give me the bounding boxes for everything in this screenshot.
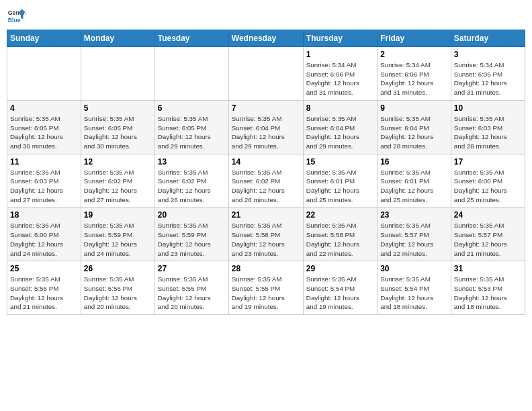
day-detail: Sunrise: 5:34 AM Sunset: 6:05 PM Dayligh…: [454, 60, 522, 97]
day-number: 5: [84, 103, 152, 113]
logo-icon: General Blue: [7, 7, 26, 26]
day-detail: Sunrise: 5:34 AM Sunset: 6:06 PM Dayligh…: [306, 60, 374, 97]
day-number: 14: [232, 157, 300, 167]
day-number: 25: [10, 264, 78, 273]
day-number: 27: [158, 264, 226, 273]
day-detail: Sunrise: 5:35 AM Sunset: 5:57 PM Dayligh…: [454, 221, 522, 258]
calendar-cell: [81, 47, 154, 101]
weekday-wednesday: Wednesday: [228, 30, 303, 47]
day-number: 18: [10, 210, 78, 220]
day-detail: Sunrise: 5:35 AM Sunset: 5:59 PM Dayligh…: [84, 221, 152, 258]
calendar-cell: 16Sunrise: 5:35 AM Sunset: 6:01 PM Dayli…: [378, 154, 451, 208]
calendar-cell: 30Sunrise: 5:35 AM Sunset: 5:54 PM Dayli…: [378, 261, 451, 315]
day-detail: Sunrise: 5:35 AM Sunset: 6:03 PM Dayligh…: [454, 114, 522, 151]
calendar-cell: 14Sunrise: 5:35 AM Sunset: 6:02 PM Dayli…: [228, 154, 303, 208]
calendar-cell: 23Sunrise: 5:35 AM Sunset: 5:57 PM Dayli…: [378, 208, 451, 261]
calendar-cell: 27Sunrise: 5:35 AM Sunset: 5:55 PM Dayli…: [154, 261, 228, 315]
day-number: 17: [454, 157, 522, 167]
day-number: 3: [454, 50, 522, 59]
day-number: 10: [454, 103, 522, 113]
day-detail: Sunrise: 5:35 AM Sunset: 5:53 PM Dayligh…: [454, 275, 522, 312]
calendar-cell: 29Sunrise: 5:35 AM Sunset: 5:54 PM Dayli…: [303, 261, 377, 315]
day-number: 16: [380, 157, 448, 167]
calendar-week-1: 1Sunrise: 5:34 AM Sunset: 6:06 PM Daylig…: [7, 47, 525, 101]
day-number: 7: [232, 103, 300, 113]
day-detail: Sunrise: 5:35 AM Sunset: 5:54 PM Dayligh…: [380, 275, 448, 312]
calendar-week-4: 18Sunrise: 5:35 AM Sunset: 6:00 PM Dayli…: [7, 208, 525, 261]
day-number: 1: [306, 50, 374, 59]
day-detail: Sunrise: 5:35 AM Sunset: 5:55 PM Dayligh…: [158, 275, 226, 312]
day-number: 8: [306, 103, 374, 113]
day-detail: Sunrise: 5:35 AM Sunset: 5:58 PM Dayligh…: [232, 221, 300, 258]
day-detail: Sunrise: 5:35 AM Sunset: 6:04 PM Dayligh…: [380, 114, 448, 151]
day-number: 26: [84, 264, 152, 273]
day-detail: Sunrise: 5:35 AM Sunset: 6:02 PM Dayligh…: [158, 168, 226, 205]
day-detail: Sunrise: 5:34 AM Sunset: 6:06 PM Dayligh…: [380, 60, 448, 97]
calendar-cell: 7Sunrise: 5:35 AM Sunset: 6:04 PM Daylig…: [228, 100, 303, 154]
day-detail: Sunrise: 5:35 AM Sunset: 6:02 PM Dayligh…: [84, 168, 152, 205]
day-number: 30: [380, 264, 448, 273]
calendar-cell: 9Sunrise: 5:35 AM Sunset: 6:04 PM Daylig…: [378, 100, 451, 154]
day-detail: Sunrise: 5:35 AM Sunset: 6:05 PM Dayligh…: [10, 114, 78, 151]
day-detail: Sunrise: 5:35 AM Sunset: 6:02 PM Dayligh…: [232, 168, 300, 205]
calendar-cell: 13Sunrise: 5:35 AM Sunset: 6:02 PM Dayli…: [154, 154, 228, 208]
day-number: 15: [306, 157, 374, 167]
day-number: 28: [232, 264, 300, 273]
calendar-cell: 28Sunrise: 5:35 AM Sunset: 5:55 PM Dayli…: [228, 261, 303, 315]
calendar-cell: 19Sunrise: 5:35 AM Sunset: 5:59 PM Dayli…: [81, 208, 154, 261]
calendar-cell: [154, 47, 228, 101]
weekday-saturday: Saturday: [451, 30, 525, 47]
day-detail: Sunrise: 5:35 AM Sunset: 5:55 PM Dayligh…: [232, 275, 300, 312]
day-detail: Sunrise: 5:35 AM Sunset: 5:54 PM Dayligh…: [306, 275, 374, 312]
calendar-cell: 10Sunrise: 5:35 AM Sunset: 6:03 PM Dayli…: [451, 100, 525, 154]
weekday-sunday: Sunday: [7, 30, 81, 47]
day-number: 4: [10, 103, 78, 113]
day-number: 29: [306, 264, 374, 273]
calendar-cell: 4Sunrise: 5:35 AM Sunset: 6:05 PM Daylig…: [7, 100, 81, 154]
day-number: 20: [158, 210, 226, 220]
calendar-body: 1Sunrise: 5:34 AM Sunset: 6:06 PM Daylig…: [7, 47, 525, 315]
day-number: 21: [232, 210, 300, 220]
weekday-tuesday: Tuesday: [154, 30, 228, 47]
calendar-cell: 12Sunrise: 5:35 AM Sunset: 6:02 PM Dayli…: [81, 154, 154, 208]
weekday-monday: Monday: [81, 30, 154, 47]
day-number: 2: [380, 50, 448, 59]
logo: General Blue: [7, 7, 26, 26]
day-detail: Sunrise: 5:35 AM Sunset: 6:04 PM Dayligh…: [306, 114, 374, 151]
day-detail: Sunrise: 5:35 AM Sunset: 6:03 PM Dayligh…: [10, 168, 78, 205]
calendar-cell: 20Sunrise: 5:35 AM Sunset: 5:59 PM Dayli…: [154, 208, 228, 261]
calendar-cell: 25Sunrise: 5:35 AM Sunset: 5:56 PM Dayli…: [7, 261, 81, 315]
calendar-cell: 11Sunrise: 5:35 AM Sunset: 6:03 PM Dayli…: [7, 154, 81, 208]
calendar-week-5: 25Sunrise: 5:35 AM Sunset: 5:56 PM Dayli…: [7, 261, 525, 315]
calendar-table: SundayMondayTuesdayWednesdayThursdayFrid…: [7, 30, 525, 315]
calendar-cell: 3Sunrise: 5:34 AM Sunset: 6:05 PM Daylig…: [451, 47, 525, 101]
day-detail: Sunrise: 5:35 AM Sunset: 5:56 PM Dayligh…: [10, 275, 78, 312]
day-detail: Sunrise: 5:35 AM Sunset: 6:05 PM Dayligh…: [84, 114, 152, 151]
calendar-cell: 6Sunrise: 5:35 AM Sunset: 6:05 PM Daylig…: [154, 100, 228, 154]
day-number: 9: [380, 103, 448, 113]
day-number: 11: [10, 157, 78, 167]
day-detail: Sunrise: 5:35 AM Sunset: 5:56 PM Dayligh…: [84, 275, 152, 312]
day-number: 24: [454, 210, 522, 220]
calendar-week-3: 11Sunrise: 5:35 AM Sunset: 6:03 PM Dayli…: [7, 154, 525, 208]
page-header: General Blue: [7, 7, 525, 26]
calendar-cell: 5Sunrise: 5:35 AM Sunset: 6:05 PM Daylig…: [81, 100, 154, 154]
calendar-cell: 31Sunrise: 5:35 AM Sunset: 5:53 PM Dayli…: [451, 261, 525, 315]
day-number: 23: [380, 210, 448, 220]
calendar-cell: 17Sunrise: 5:35 AM Sunset: 6:00 PM Dayli…: [451, 154, 525, 208]
day-detail: Sunrise: 5:35 AM Sunset: 6:00 PM Dayligh…: [10, 221, 78, 258]
calendar-cell: [228, 47, 303, 101]
calendar-cell: 18Sunrise: 5:35 AM Sunset: 6:00 PM Dayli…: [7, 208, 81, 261]
day-detail: Sunrise: 5:35 AM Sunset: 5:58 PM Dayligh…: [306, 221, 374, 258]
day-detail: Sunrise: 5:35 AM Sunset: 6:04 PM Dayligh…: [232, 114, 300, 151]
calendar-cell: 21Sunrise: 5:35 AM Sunset: 5:58 PM Dayli…: [228, 208, 303, 261]
weekday-header-row: SundayMondayTuesdayWednesdayThursdayFrid…: [7, 30, 525, 47]
day-detail: Sunrise: 5:35 AM Sunset: 6:00 PM Dayligh…: [454, 168, 522, 205]
day-detail: Sunrise: 5:35 AM Sunset: 6:01 PM Dayligh…: [380, 168, 448, 205]
day-number: 12: [84, 157, 152, 167]
day-number: 13: [158, 157, 226, 167]
day-detail: Sunrise: 5:35 AM Sunset: 5:57 PM Dayligh…: [380, 221, 448, 258]
calendar-cell: 15Sunrise: 5:35 AM Sunset: 6:01 PM Dayli…: [303, 154, 377, 208]
calendar-cell: [7, 47, 81, 101]
calendar-cell: 1Sunrise: 5:34 AM Sunset: 6:06 PM Daylig…: [303, 47, 377, 101]
